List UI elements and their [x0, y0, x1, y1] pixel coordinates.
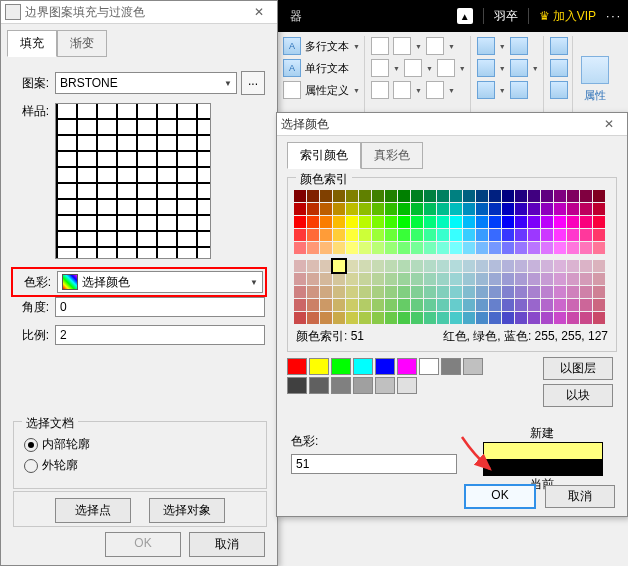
color-swatch[interactable]	[411, 229, 423, 241]
color-swatch[interactable]	[307, 312, 319, 324]
color-swatch[interactable]	[333, 229, 345, 241]
color-swatch[interactable]	[346, 203, 358, 215]
basic-color-swatch[interactable]	[397, 358, 417, 375]
color-swatch[interactable]	[567, 229, 579, 241]
ribbon-propdef[interactable]: 属性定义 ▼	[283, 80, 360, 100]
color-swatch[interactable]	[346, 286, 358, 298]
username[interactable]: 羽卒	[494, 8, 518, 25]
basic-color-swatch[interactable]	[441, 358, 461, 375]
color-swatch[interactable]	[320, 273, 332, 285]
color-swatch[interactable]	[450, 286, 462, 298]
basic-color-swatch[interactable]	[309, 358, 329, 375]
color-swatch[interactable]	[398, 286, 410, 298]
tab-fill[interactable]: 填充	[7, 30, 57, 57]
color-palette-main[interactable]	[294, 190, 610, 254]
color-swatch[interactable]	[463, 242, 475, 254]
color-swatch[interactable]	[333, 312, 345, 324]
color-swatch[interactable]	[424, 216, 436, 228]
color-swatch[interactable]	[372, 190, 384, 202]
color-swatch[interactable]	[294, 312, 306, 324]
scale-input[interactable]: 2	[55, 325, 265, 345]
color-swatch[interactable]	[385, 229, 397, 241]
color-swatch[interactable]	[333, 203, 345, 215]
color-swatch[interactable]	[398, 242, 410, 254]
color-swatch[interactable]	[359, 190, 371, 202]
color-swatch[interactable]	[502, 260, 514, 272]
color-swatch[interactable]	[450, 242, 462, 254]
color-swatch[interactable]	[437, 229, 449, 241]
more-button[interactable]: ···	[606, 9, 622, 23]
color-swatch[interactable]	[398, 229, 410, 241]
ribbon-singleline-text[interactable]: A 单行文本	[283, 58, 360, 78]
color-swatch[interactable]	[502, 242, 514, 254]
color-swatch[interactable]	[398, 260, 410, 272]
avatar-icon[interactable]: ▲	[457, 8, 473, 24]
cancel-button[interactable]: 取消	[545, 485, 615, 508]
color-swatch[interactable]	[515, 260, 527, 272]
color-swatch[interactable]	[294, 203, 306, 215]
color-swatch[interactable]	[554, 229, 566, 241]
color-swatch[interactable]	[541, 286, 553, 298]
icon[interactable]	[477, 81, 495, 99]
basic-color-swatch[interactable]	[331, 358, 351, 375]
pattern-combo[interactable]: BRSTONE ▼	[55, 72, 237, 94]
color-swatch[interactable]	[294, 190, 306, 202]
color-swatch[interactable]	[411, 260, 423, 272]
color-swatch[interactable]	[359, 216, 371, 228]
color-swatch[interactable]	[320, 203, 332, 215]
color-swatch[interactable]	[489, 260, 501, 272]
color-swatch[interactable]	[463, 190, 475, 202]
color-swatch[interactable]	[372, 242, 384, 254]
color-swatch[interactable]	[515, 229, 527, 241]
basic-color-swatch[interactable]	[287, 377, 307, 394]
color-swatch[interactable]	[502, 229, 514, 241]
color-swatch[interactable]	[424, 299, 436, 311]
color-swatch[interactable]	[489, 286, 501, 298]
color-swatch[interactable]	[580, 190, 592, 202]
color-swatch[interactable]	[554, 299, 566, 311]
color-swatch[interactable]	[567, 260, 579, 272]
color-swatch[interactable]	[450, 203, 462, 215]
color-swatch[interactable]	[346, 229, 358, 241]
icon[interactable]	[510, 37, 528, 55]
color-swatch[interactable]	[567, 242, 579, 254]
color-swatch[interactable]	[398, 273, 410, 285]
icon[interactable]	[437, 59, 455, 77]
tab-index-color[interactable]: 索引颜色	[287, 142, 361, 169]
color-swatch[interactable]	[307, 190, 319, 202]
color-swatch[interactable]	[476, 312, 488, 324]
color-swatch[interactable]	[307, 286, 319, 298]
color-swatch[interactable]	[437, 273, 449, 285]
color-swatch[interactable]	[502, 273, 514, 285]
color-swatch[interactable]	[307, 203, 319, 215]
color-swatch[interactable]	[372, 216, 384, 228]
color-swatch[interactable]	[528, 273, 540, 285]
pick-object-button[interactable]: 选择对象	[149, 498, 225, 523]
color-swatch[interactable]	[554, 216, 566, 228]
color-swatch[interactable]	[294, 229, 306, 241]
color-swatch[interactable]	[320, 286, 332, 298]
color-swatch[interactable]	[567, 286, 579, 298]
color-swatch[interactable]	[346, 242, 358, 254]
color-swatch[interactable]	[294, 216, 306, 228]
color-swatch[interactable]	[554, 203, 566, 215]
icon[interactable]	[371, 59, 389, 77]
color-swatch[interactable]	[450, 216, 462, 228]
color-swatch[interactable]	[385, 273, 397, 285]
color-swatch[interactable]	[437, 190, 449, 202]
vip-button[interactable]: ♛ 加入VIP	[539, 8, 596, 25]
color-swatch[interactable]	[502, 216, 514, 228]
color-swatch[interactable]	[372, 203, 384, 215]
icon[interactable]	[550, 81, 568, 99]
color-swatch[interactable]	[294, 299, 306, 311]
color-swatch[interactable]	[489, 203, 501, 215]
color-swatch[interactable]	[359, 273, 371, 285]
color-swatch[interactable]	[372, 312, 384, 324]
color-swatch[interactable]	[554, 260, 566, 272]
color-swatch[interactable]	[333, 216, 345, 228]
basic-color-swatch[interactable]	[463, 358, 483, 375]
color-swatch[interactable]	[385, 190, 397, 202]
basic-color-swatch[interactable]	[353, 377, 373, 394]
basic-color-swatch[interactable]	[397, 377, 417, 394]
color-swatch[interactable]	[502, 299, 514, 311]
